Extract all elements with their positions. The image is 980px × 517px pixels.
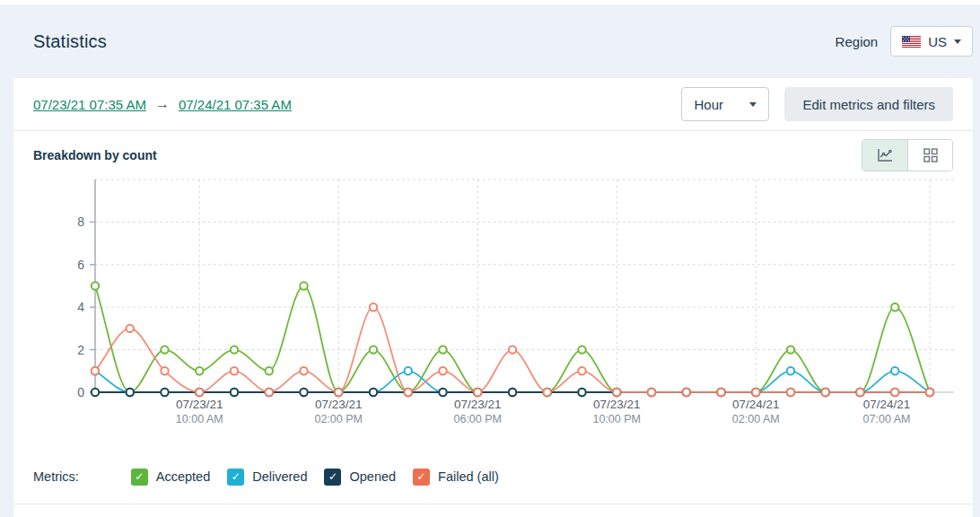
line-chart-toggle-button[interactable]: [862, 140, 907, 171]
us-flag-icon: [902, 36, 921, 48]
chart-title: Breakdown by count: [33, 148, 157, 162]
svg-text:4: 4: [77, 300, 84, 314]
svg-text:10:00 AM: 10:00 AM: [176, 413, 223, 425]
svg-text:02:00 PM: 02:00 PM: [314, 413, 363, 425]
interval-select[interactable]: Hour: [681, 87, 769, 121]
svg-text:07:00 AM: 07:00 AM: [863, 413, 911, 425]
metrics-legend: Metrics: ✓ Accepted ✓ Delivered ✓ Opened…: [13, 465, 973, 488]
date-to-link[interactable]: 07/24/21 07:35 AM: [179, 97, 292, 112]
chevron-down-icon: [954, 39, 961, 44]
delivered-checkbox[interactable]: ✓: [227, 469, 244, 486]
svg-text:2: 2: [77, 343, 84, 357]
svg-text:07/23/21: 07/23/21: [176, 398, 223, 411]
svg-text:06:00 PM: 06:00 PM: [453, 413, 502, 425]
statistics-card: 07/23/21 07:35 AM → 07/24/21 07:35 AM Ho…: [13, 78, 973, 517]
legend-item-label: Accepted: [156, 469, 210, 484]
legend-item-opened[interactable]: ✓ Opened: [324, 469, 396, 486]
svg-text:02:00 AM: 02:00 AM: [732, 413, 780, 425]
page-header: Statistics Region: [0, 4, 980, 57]
series-line-accepted: [95, 286, 930, 393]
svg-text:0: 0: [77, 385, 84, 399]
chart-title-row: Breakdown by count: [13, 140, 973, 171]
region-wrap: Region US: [836, 26, 973, 57]
svg-text:6: 6: [77, 258, 84, 272]
date-from-link[interactable]: 07/23/21 07:35 AM: [33, 97, 146, 112]
divider: [13, 130, 973, 131]
interval-value: Hour: [694, 97, 723, 112]
footer-row: [13, 504, 973, 517]
line-chart-icon: [876, 147, 894, 163]
page-title: Statistics: [33, 31, 107, 52]
svg-text:07/24/21: 07/24/21: [863, 398, 911, 411]
svg-text:8: 8: [77, 215, 84, 229]
svg-text:07/23/21: 07/23/21: [315, 398, 363, 411]
svg-text:07/23/21: 07/23/21: [454, 398, 502, 411]
legend-item-delivered[interactable]: ✓ Delivered: [227, 469, 307, 486]
svg-text:10:00 PM: 10:00 PM: [592, 413, 641, 425]
chart-view-toggle: [862, 139, 953, 171]
region-select-button[interactable]: US: [890, 26, 973, 57]
legend-item-label: Opened: [349, 469, 396, 484]
grid-icon: [923, 147, 939, 163]
legend-item-failed[interactable]: ✓ Failed (all): [413, 469, 499, 486]
metrics-label: Metrics:: [33, 469, 79, 484]
edit-metrics-button[interactable]: Edit metrics and filters: [784, 87, 953, 121]
grid-view-toggle-button[interactable]: [907, 140, 952, 171]
accepted-checkbox[interactable]: ✓: [131, 469, 148, 486]
region-label: Region: [836, 34, 879, 49]
arrow-right-icon: →: [155, 96, 170, 112]
chart-wrap: 0246807/23/2110:00 AM07/23/2102:00 PM07/…: [55, 176, 973, 431]
date-range-row: 07/23/21 07:35 AM → 07/24/21 07:35 AM Ho…: [13, 78, 973, 130]
breakdown-chart[interactable]: 0246807/23/2110:00 AM07/23/2102:00 PM07/…: [55, 176, 961, 427]
legend-item-label: Failed (all): [438, 469, 499, 484]
svg-text:07/23/21: 07/23/21: [593, 398, 641, 411]
chevron-down-icon: [749, 102, 757, 107]
legend-item-accepted[interactable]: ✓ Accepted: [131, 469, 210, 486]
legend-item-label: Delivered: [252, 469, 307, 484]
region-value: US: [928, 34, 947, 49]
date-row-controls: Hour Edit metrics and filters: [681, 87, 953, 121]
opened-checkbox[interactable]: ✓: [324, 469, 341, 486]
failed-checkbox[interactable]: ✓: [413, 469, 430, 486]
svg-text:07/24/21: 07/24/21: [732, 398, 780, 411]
